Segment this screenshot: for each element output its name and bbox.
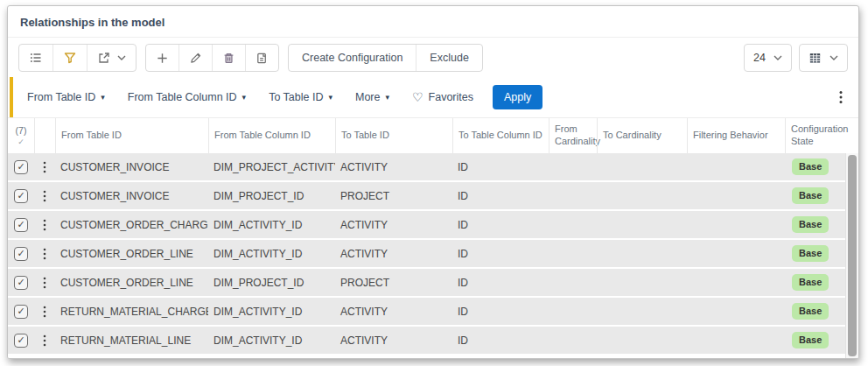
- cell-to-table-id: PROJECT: [335, 190, 452, 202]
- row-menu-button[interactable]: [34, 277, 55, 289]
- kebab-menu-icon: [43, 306, 46, 318]
- export-icon: [97, 51, 111, 65]
- cell-configuration-state: Base: [785, 303, 846, 319]
- row-menu-button[interactable]: [34, 248, 55, 260]
- table-row[interactable]: ✓ CUSTOMER_INVOICE DIM_PROJECT_ID PROJEC…: [8, 182, 846, 211]
- status-badge: Base: [792, 158, 829, 174]
- layout-dropdown[interactable]: [799, 44, 848, 72]
- filter-chip-more[interactable]: More ▾: [355, 91, 389, 103]
- table-row[interactable]: ✓ CUSTOMER_INVOICE DIM_PROJECT_ACTIVITY_…: [8, 153, 846, 182]
- chevron-down-icon: [774, 55, 782, 60]
- filter-chip-label: To Table ID: [269, 91, 323, 103]
- table-row[interactable]: ✓ CUSTOMER_ORDER_LINE DIM_ACTIVITY_ID AC…: [8, 240, 846, 269]
- row-menu-header: [34, 118, 55, 153]
- row-checkbox-checked[interactable]: ✓: [14, 218, 28, 232]
- cell-configuration-state: Base: [785, 245, 846, 261]
- table-row[interactable]: ✓ CUSTOMER_ORDER_LINE DIM_PROJECT_ID PRO…: [8, 269, 846, 298]
- filter-chip-label: More: [355, 91, 380, 103]
- cell-from-table-id: RETURN_MATERIAL_CHARGE: [55, 306, 208, 318]
- dropdown-triangle-icon: ▾: [385, 94, 389, 102]
- kebab-menu-icon: [43, 277, 46, 289]
- filter-chip-from-table-id[interactable]: From Table ID ▾: [27, 91, 105, 103]
- cell-from-table-id: CUSTOMER_ORDER_LINE: [55, 277, 208, 289]
- edit-button[interactable]: [178, 45, 212, 71]
- delete-button[interactable]: [212, 45, 245, 71]
- select-all-header[interactable]: (7) ✓: [8, 118, 34, 153]
- row-menu-button[interactable]: [34, 219, 55, 231]
- status-badge: Base: [792, 332, 829, 348]
- row-checkbox-checked[interactable]: ✓: [14, 276, 28, 290]
- vertical-scrollbar[interactable]: [845, 153, 858, 358]
- row-checkbox-checked[interactable]: ✓: [14, 189, 28, 203]
- col-header-to-table-id[interactable]: To Table ID: [335, 118, 452, 153]
- chevron-down-icon: [117, 55, 126, 60]
- table-row[interactable]: ✓ RETURN_MATERIAL_CHARGE DIM_ACTIVITY_ID…: [8, 298, 846, 327]
- col-header-to-cardinality[interactable]: To Cardinality: [597, 118, 687, 153]
- row-select-cell: ✓: [8, 305, 34, 319]
- row-checkbox-checked[interactable]: ✓: [14, 305, 28, 319]
- kebab-menu-icon: [43, 161, 46, 173]
- table-header-row: (7) ✓ From Table ID From Table Column ID…: [8, 118, 846, 153]
- row-select-cell: ✓: [8, 189, 34, 203]
- grid-icon: [808, 52, 822, 65]
- cell-to-table-id: PROJECT: [335, 277, 452, 289]
- list-view-button[interactable]: [19, 45, 52, 71]
- cell-to-table-column-id: ID: [452, 219, 549, 231]
- cell-from-table-column-id: DIM_PROJECT_ID: [208, 190, 335, 202]
- filter-chips: From Table ID ▾ From Table Column ID ▾ T…: [27, 91, 473, 103]
- filter-bar: From Table ID ▾ From Table Column ID ▾ T…: [8, 77, 858, 118]
- create-configuration-button[interactable]: Create Configuration: [289, 45, 416, 71]
- kebab-menu-icon: [43, 219, 46, 231]
- dropdown-triangle-icon: ▾: [101, 94, 105, 102]
- row-menu-button[interactable]: [34, 161, 55, 173]
- cell-configuration-state: Base: [785, 216, 846, 232]
- pencil-icon: [189, 52, 202, 65]
- favorites-button[interactable]: ♡ Favorites: [412, 91, 473, 103]
- filter-bar-menu-button[interactable]: [839, 90, 843, 104]
- table-row[interactable]: ✓ CUSTOMER_ORDER_CHARGE DIM_ACTIVITY_ID …: [8, 211, 846, 240]
- cell-configuration-state: Base: [785, 158, 846, 174]
- row-select-cell: ✓: [8, 160, 34, 174]
- col-header-from-table-column-id[interactable]: From Table Column ID: [208, 118, 335, 153]
- col-header-filtering-behavior[interactable]: Filtering Behavior: [687, 118, 785, 153]
- col-header-from-cardinality[interactable]: From Cardinality: [549, 118, 597, 153]
- row-select-cell: ✓: [8, 276, 34, 290]
- apply-button[interactable]: Apply: [493, 85, 542, 109]
- status-badge: Base: [792, 303, 829, 319]
- filter-chip-to-table-id[interactable]: To Table ID ▾: [269, 91, 332, 103]
- toolbar: Create Configuration Exclude 24: [8, 38, 858, 77]
- row-select-cell: ✓: [8, 334, 34, 348]
- cell-to-table-column-id: ID: [452, 306, 549, 318]
- status-badge: Base: [792, 216, 829, 232]
- row-checkbox-checked[interactable]: ✓: [14, 247, 28, 261]
- cell-to-table-id: ACTIVITY: [335, 306, 452, 318]
- cell-to-table-column-id: ID: [452, 161, 549, 173]
- table-row[interactable]: ✓ RETURN_MATERIAL_LINE DIM_ACTIVITY_ID A…: [8, 327, 846, 355]
- kebab-menu-icon: [43, 334, 46, 347]
- dropdown-triangle-icon: ▾: [242, 94, 247, 102]
- cell-to-table-id: ACTIVITY: [335, 248, 452, 260]
- filter-button[interactable]: [52, 45, 87, 71]
- scrollbar-thumb[interactable]: [848, 155, 857, 356]
- status-badge: Base: [792, 245, 829, 261]
- page-size-dropdown[interactable]: 24: [744, 44, 792, 72]
- kebab-menu-icon: [839, 90, 843, 104]
- chevron-down-icon: [830, 55, 838, 60]
- row-menu-button[interactable]: [34, 190, 55, 202]
- row-menu-button[interactable]: [34, 306, 55, 318]
- row-menu-button[interactable]: [34, 334, 55, 347]
- add-button[interactable]: [146, 45, 178, 71]
- export-button[interactable]: [87, 45, 136, 71]
- col-header-configuration-state[interactable]: Configuration State: [785, 118, 851, 153]
- duplicate-button[interactable]: [245, 45, 278, 71]
- exclude-button[interactable]: Exclude: [416, 45, 481, 71]
- filter-chip-from-table-column-id[interactable]: From Table Column ID ▾: [128, 91, 246, 103]
- col-header-to-table-column-id[interactable]: To Table Column ID: [452, 118, 549, 153]
- row-checkbox-checked[interactable]: ✓: [14, 160, 28, 174]
- row-checkbox-checked[interactable]: ✓: [14, 334, 28, 348]
- status-badge: Base: [792, 274, 829, 290]
- edit-button-group: [145, 44, 279, 72]
- col-header-from-table-id[interactable]: From Table ID: [55, 118, 208, 153]
- page-size-value: 24: [753, 52, 766, 64]
- cell-from-table-id: CUSTOMER_ORDER_CHARGE: [55, 219, 208, 231]
